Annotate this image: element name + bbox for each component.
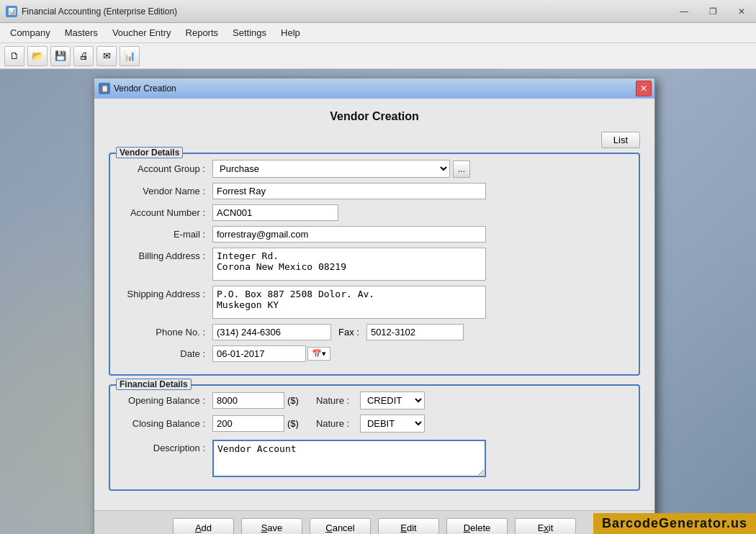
shipping-address-label: Shipping Address : xyxy=(119,289,212,299)
maximize-button[interactable]: ❐ xyxy=(698,0,727,23)
title-bar: 📊 Financial Accounting (Enterprise Editi… xyxy=(0,0,756,23)
toolbar-open-button[interactable]: 📂 xyxy=(27,46,48,66)
dialog-heading: Vendor Creation xyxy=(109,110,640,123)
closing-balance-label: Closing Balance : xyxy=(119,418,212,429)
description-label: Description : xyxy=(119,443,212,453)
date-row: Date : 📅▾ xyxy=(119,345,630,362)
toolbar-print-button[interactable]: 🖨 xyxy=(73,46,94,66)
description-row: Description : Vendor Account xyxy=(119,440,630,477)
toolbar-save-button[interactable]: 💾 xyxy=(50,46,71,66)
vendor-name-label: Vendor Name : xyxy=(119,186,212,196)
phone-fax-row: Phone No. : Fax : xyxy=(119,324,630,340)
exit-button[interactable]: Exit xyxy=(515,518,576,534)
menu-reports[interactable]: Reports xyxy=(179,24,226,41)
add-button[interactable]: Add xyxy=(173,518,234,534)
financial-details-section: Financial Details Opening Balance : ($) … xyxy=(109,384,640,491)
dialog-title-text: Vendor Creation xyxy=(114,83,176,94)
dialog-footer: Add Save Cancel Edit Delete Exit xyxy=(94,510,654,534)
email-row: E-mail : xyxy=(119,226,630,243)
closing-nature-group: Nature : DEBIT CREDIT xyxy=(316,415,425,433)
phone-label: Phone No. : xyxy=(119,327,212,338)
dialog-icon: 📋 xyxy=(99,83,110,94)
toolbar-new-button[interactable]: 🗋 xyxy=(4,46,24,66)
menu-bar: Company Masters Voucher Entry Reports Se… xyxy=(0,23,756,43)
opening-balance-input[interactable] xyxy=(212,392,284,409)
account-group-browse-button[interactable]: ... xyxy=(453,160,470,178)
dialog-close-button[interactable]: ✕ xyxy=(636,81,652,96)
menu-settings[interactable]: Settings xyxy=(225,24,274,41)
toolbar: 🗋 📂 💾 🖨 ✉ 📊 xyxy=(0,43,756,69)
dialog-content: Vendor Creation List Vendor Details Acco… xyxy=(94,99,654,510)
minimize-button[interactable]: — xyxy=(670,0,698,23)
opening-nature-label: Nature : xyxy=(316,395,356,406)
billing-address-row: Billing Address : Integer Rd. Corona New… xyxy=(119,248,630,281)
delete-button[interactable]: Delete xyxy=(446,518,508,534)
closing-currency: ($) xyxy=(287,418,299,429)
account-number-row: Account Number : xyxy=(119,204,630,221)
app-title: Financial Accounting (Enterprise Edition… xyxy=(22,6,177,17)
fax-label: Fax : xyxy=(331,327,366,338)
date-picker-button[interactable]: 📅▾ xyxy=(307,347,330,361)
toolbar-email-button[interactable]: ✉ xyxy=(96,46,117,66)
shipping-address-row: Shipping Address : P.O. Box 887 2508 Dol… xyxy=(119,286,630,319)
account-group-controls: Purchase ... xyxy=(212,160,470,178)
list-button[interactable]: List xyxy=(601,132,640,148)
dialog-title-bar: 📋 Vendor Creation ✕ xyxy=(94,78,654,99)
account-number-label: Account Number : xyxy=(119,207,212,218)
window-controls: — ❐ ✕ xyxy=(670,0,756,23)
vendor-name-input[interactable] xyxy=(212,183,486,199)
vendor-details-section: Vendor Details Account Group : Purchase … xyxy=(109,153,640,376)
watermark: BarcodeGenerator.us xyxy=(593,513,756,534)
background-area: 📋 Vendor Creation ✕ Vendor Creation List… xyxy=(0,69,756,534)
menu-company[interactable]: Company xyxy=(3,24,58,41)
closing-balance-row: Closing Balance : ($) Nature : DEBIT CRE… xyxy=(119,415,630,433)
closing-balance-input[interactable] xyxy=(212,415,284,432)
toolbar-chart-button[interactable]: 📊 xyxy=(120,46,140,66)
description-input[interactable]: Vendor Account xyxy=(212,440,486,477)
menu-voucher-entry[interactable]: Voucher Entry xyxy=(105,24,179,41)
phone-input[interactable] xyxy=(212,324,331,340)
menu-help[interactable]: Help xyxy=(274,24,307,41)
shipping-address-input[interactable]: P.O. Box 887 2508 Dolor. Av. Muskegon KY xyxy=(212,286,486,319)
opening-nature-select[interactable]: CREDIT DEBIT xyxy=(360,392,425,409)
list-button-row: List xyxy=(109,132,640,148)
save-button[interactable]: Save xyxy=(241,518,302,534)
vendor-creation-dialog: 📋 Vendor Creation ✕ Vendor Creation List… xyxy=(94,78,655,534)
opening-nature-group: Nature : CREDIT DEBIT xyxy=(316,392,425,409)
vendor-name-row: Vendor Name : xyxy=(119,183,630,199)
date-label: Date : xyxy=(119,348,212,359)
account-number-input[interactable] xyxy=(212,204,338,221)
closing-nature-select[interactable]: DEBIT CREDIT xyxy=(360,415,425,433)
menu-masters[interactable]: Masters xyxy=(58,24,105,41)
vendor-details-label: Vendor Details xyxy=(116,147,183,158)
email-label: E-mail : xyxy=(119,229,212,240)
closing-nature-label: Nature : xyxy=(316,418,356,429)
date-input[interactable] xyxy=(212,345,306,362)
account-group-select[interactable]: Purchase xyxy=(212,160,450,178)
cancel-button[interactable]: Cancel xyxy=(310,518,371,534)
billing-address-label: Billing Address : xyxy=(119,250,212,261)
opening-balance-row: Opening Balance : ($) Nature : CREDIT DE… xyxy=(119,392,630,409)
edit-button[interactable]: Edit xyxy=(378,518,439,534)
opening-currency: ($) xyxy=(287,395,299,406)
billing-address-input[interactable]: Integer Rd. Corona New Mexico 08219 xyxy=(212,248,486,281)
app-icon: 📊 xyxy=(6,6,17,17)
financial-details-label: Financial Details xyxy=(116,379,192,390)
email-input[interactable] xyxy=(212,226,486,243)
account-group-row: Account Group : Purchase ... xyxy=(119,160,630,178)
close-button[interactable]: ✕ xyxy=(727,0,756,23)
opening-balance-label: Opening Balance : xyxy=(119,395,212,406)
fax-input[interactable] xyxy=(366,324,464,340)
account-group-label: Account Group : xyxy=(119,163,212,174)
